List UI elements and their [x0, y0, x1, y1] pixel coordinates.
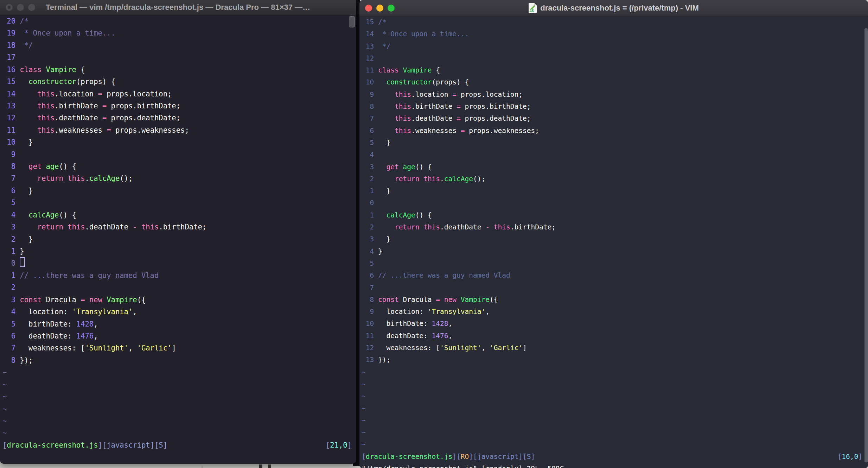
line-number: 7 [362, 282, 374, 294]
line-number: 2 [362, 221, 374, 233]
line-number: 1 [2, 245, 15, 257]
line-number: 11 [362, 330, 374, 342]
code-line[interactable]: 5 [359, 258, 868, 270]
zoom-button[interactable] [388, 5, 395, 12]
code-line[interactable]: 13 }); [359, 354, 868, 366]
line-number: 4 [2, 306, 15, 318]
line-number: 10 [362, 76, 374, 88]
code-line[interactable]: 8 const Dracula = new Vampire({ [359, 294, 868, 306]
code-line[interactable]: 2 [0, 282, 356, 293]
code-line[interactable]: 2 } [0, 233, 356, 245]
code-line[interactable]: 7 weaknesses: ['Sunlight', 'Garlic'] [0, 342, 356, 354]
code-line[interactable]: 11 this.weaknesses = props.weaknesses; [0, 124, 356, 136]
close-button[interactable] [365, 5, 372, 12]
line-number: 3 [2, 294, 15, 306]
line-number: 5 [362, 258, 374, 270]
status-cursor-position: [21,0] [326, 439, 352, 451]
code-line[interactable]: 3 } [359, 233, 868, 245]
code-line[interactable]: 16 class Vampire { [0, 64, 356, 76]
tilde-line: ~ [359, 415, 868, 426]
code-line[interactable]: 12 [359, 52, 868, 64]
code-line[interactable]: 11 class Vampire { [359, 64, 868, 76]
line-number: 0 [362, 197, 374, 209]
code-line[interactable]: 18 */ [0, 39, 356, 51]
minimize-button[interactable] [376, 5, 383, 12]
minimize-button[interactable] [17, 4, 24, 11]
vim-cursor [20, 257, 25, 267]
code-line[interactable]: 5 [0, 197, 356, 209]
terminal-scrollbar-thumb[interactable] [349, 16, 355, 27]
code-line[interactable]: 10 } [0, 136, 356, 148]
terminal-window: Terminal — vim /tmp/dracula-screenshot.j… [0, 0, 356, 464]
code-line[interactable]: 4 location: 'Transylvania', [0, 306, 356, 318]
code-line[interactable]: 8 }); [0, 354, 356, 366]
code-line[interactable]: 17 [0, 51, 356, 63]
code-line[interactable]: 9 location: 'Transylvania', [359, 306, 868, 318]
line-number: 10 [362, 318, 374, 330]
code-line[interactable]: 3 const Dracula = new Vampire({ [0, 294, 356, 306]
code-line[interactable]: 6 } [0, 185, 356, 197]
line-number: 17 [2, 51, 15, 63]
code-line[interactable]: 9 this.location = props.location; [359, 89, 868, 101]
code-line[interactable]: 10 birthDate: 1428, [359, 318, 868, 330]
zoom-button[interactable] [28, 4, 35, 11]
code-line[interactable]: 7 [359, 282, 868, 294]
code-line[interactable]: 8 this.birthDate = props.birthDate; [359, 101, 868, 113]
code-line[interactable]: 4 calcAge() { [0, 209, 356, 221]
code-line[interactable]: 1 } [0, 245, 356, 257]
code-line[interactable]: 6 // ...there was a guy named Vlad [359, 270, 868, 282]
tilde-line: ~ [359, 403, 868, 415]
code-line[interactable]: 14 this.location = props.location; [0, 88, 356, 100]
code-line[interactable]: 6 this.weaknesses = props.weaknesses; [359, 125, 868, 137]
vim-buffer-left[interactable]: 20 /* 19 * Once upon a time... 18 */ 17 … [0, 15, 356, 464]
code-line[interactable]: 6 deathDate: 1476, [0, 330, 356, 342]
macvim-titlebar[interactable]: JS dracula-screenshot.js = (/private/tmp… [359, 0, 868, 16]
code-line[interactable]: 7 return this.calcAge(); [0, 172, 356, 184]
line-number: 12 [362, 52, 374, 64]
terminal-titlebar[interactable]: Terminal — vim /tmp/dracula-screenshot.j… [0, 0, 356, 15]
code-line[interactable]: 3 get age() { [359, 161, 868, 173]
line-number: 8 [362, 101, 374, 113]
code-line[interactable]: 19 * Once upon a time... [0, 27, 356, 39]
line-number: 2 [362, 173, 374, 185]
line-number: 7 [362, 113, 374, 125]
line-number: 3 [362, 233, 374, 245]
code-line[interactable]: 13 this.birthDate = props.birthDate; [0, 100, 356, 112]
code-line[interactable]: 20 /* [0, 15, 356, 27]
code-line[interactable]: 5 birthDate: 1428, [0, 318, 356, 330]
code-line[interactable]: 0 [0, 257, 356, 269]
code-line[interactable]: 12 this.deathDate = props.deathDate; [0, 112, 356, 124]
line-number: 8 [2, 160, 15, 172]
code-line[interactable]: 1 // ...there was a guy named Vlad [0, 270, 356, 282]
code-line[interactable]: 5 } [359, 137, 868, 149]
code-line[interactable]: 3 return this.deathDate - this.birthDate… [0, 221, 356, 233]
code-line[interactable]: 11 deathDate: 1476, [359, 330, 868, 342]
code-line[interactable]: 12 weaknesses: ['Sunlight', 'Garlic'] [359, 342, 868, 354]
code-line[interactable]: 9 [0, 148, 356, 160]
code-line[interactable]: 15 /* [359, 16, 868, 28]
line-number: 8 [2, 354, 15, 366]
code-line[interactable]: 1 calcAge() { [359, 209, 868, 221]
code-line[interactable]: 2 return this.deathDate - this.birthDate… [359, 221, 868, 233]
close-button[interactable] [6, 4, 13, 11]
line-number: 6 [2, 330, 15, 342]
code-line[interactable]: 4 } [359, 246, 868, 258]
tilde-line: ~ [359, 366, 868, 378]
code-line[interactable]: 10 constructor(props) { [359, 76, 868, 88]
tilde-line: ~ [359, 426, 868, 438]
code-line[interactable]: 14 * Once upon a time... [359, 28, 868, 40]
line-number: 12 [2, 112, 15, 124]
line-number: 11 [362, 64, 374, 76]
code-line[interactable]: 15 constructor(props) { [0, 76, 356, 88]
macvim-scrollbar[interactable] [864, 28, 868, 462]
line-number: 9 [362, 89, 374, 101]
code-line[interactable]: 2 return this.calcAge(); [359, 173, 868, 185]
vim-buffer-right[interactable]: 15 /* 14 * Once upon a time... 13 */ 12 … [359, 16, 868, 468]
code-line[interactable]: 13 */ [359, 40, 868, 52]
code-line[interactable]: 7 this.deathDate = props.deathDate; [359, 113, 868, 125]
code-line[interactable]: 4 [359, 149, 868, 161]
code-line[interactable]: 1 } [359, 185, 868, 197]
code-line[interactable]: 0 [359, 197, 868, 209]
line-number: 20 [2, 15, 15, 27]
code-line[interactable]: 8 get age() { [0, 160, 356, 172]
